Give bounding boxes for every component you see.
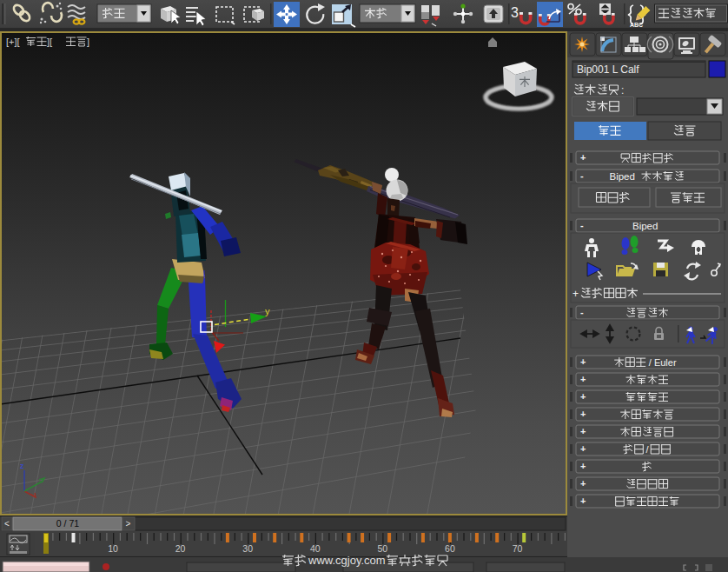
- svg-text:+: +: [580, 478, 586, 489]
- svg-text:Biped: Biped: [632, 221, 658, 231]
- svg-text:y: y: [265, 306, 270, 316]
- svg-text:+: +: [572, 288, 579, 300]
- svg-text:70: 70: [513, 543, 523, 554]
- svg-text:+: +: [580, 443, 586, 454]
- svg-text::: :: [621, 84, 624, 96]
- svg-text:3: 3: [511, 5, 519, 20]
- svg-text:30: 30: [242, 543, 253, 554]
- svg-text:+: +: [580, 356, 586, 367]
- svg-text:+: +: [580, 461, 586, 471]
- svg-text:<: <: [4, 519, 10, 529]
- svg-text:ABC: ABC: [630, 22, 643, 28]
- svg-text:+: +: [580, 391, 586, 402]
- svg-text:-: -: [580, 307, 584, 317]
- svg-text:60: 60: [445, 543, 455, 554]
- svg-text:>: >: [126, 519, 131, 529]
- svg-text:+: +: [580, 374, 586, 384]
- svg-text:10: 10: [108, 543, 118, 554]
- svg-text:Bip001 L Calf: Bip001 L Calf: [577, 63, 639, 76]
- svg-text:-: -: [580, 170, 584, 181]
- svg-text:][: ][: [47, 37, 52, 47]
- svg-text:z: z: [20, 462, 24, 470]
- svg-text:50: 50: [377, 543, 387, 554]
- svg-text:20: 20: [175, 543, 186, 554]
- svg-text:/ Euler: / Euler: [649, 357, 677, 368]
- svg-text:40: 40: [310, 543, 321, 554]
- svg-text:[+][: [+][: [6, 37, 20, 47]
- svg-text:+: +: [580, 496, 586, 506]
- svg-text:Biped: Biped: [610, 171, 635, 182]
- svg-text:+: +: [580, 409, 586, 419]
- svg-text:+: +: [580, 152, 586, 163]
- svg-text:+: +: [580, 426, 586, 436]
- svg-text:-: -: [580, 220, 584, 230]
- svg-text:]: ]: [87, 37, 89, 47]
- svg-text:0 / 71: 0 / 71: [56, 518, 79, 529]
